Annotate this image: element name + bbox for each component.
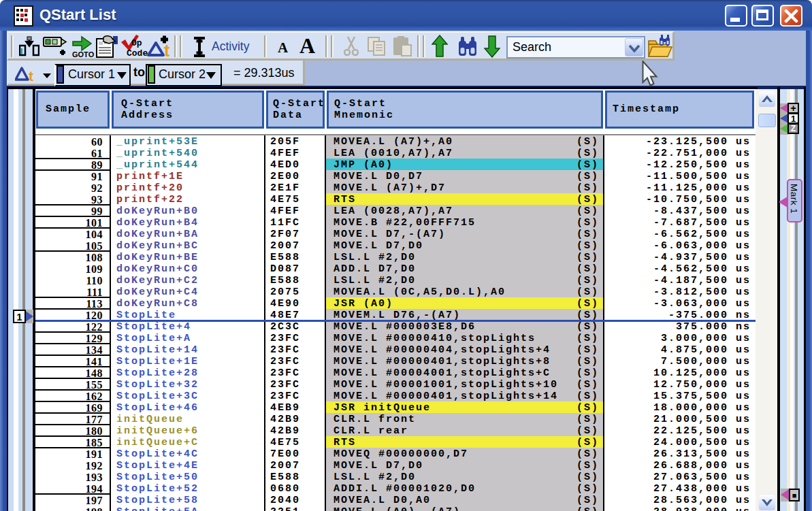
svg-text:Code: Code [127,48,148,59]
svg-text:GOTO: GOTO [72,50,95,59]
svg-text:t: t [29,68,33,84]
svg-text:Op: Op [131,38,142,48]
svg-text:t: t [164,41,170,60]
